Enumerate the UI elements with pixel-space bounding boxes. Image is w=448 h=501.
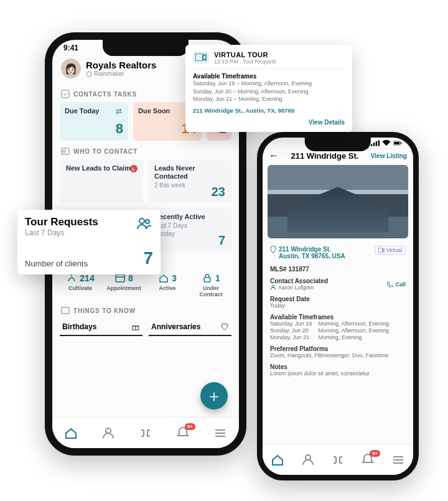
tab-contacts[interactable] [101,426,116,441]
home-icon [158,273,169,284]
back-button[interactable]: ← [269,150,279,161]
notch [305,138,371,151]
call-button[interactable]: Call [387,278,406,291]
svg-point-20 [139,218,144,223]
tab-contacts[interactable] [301,452,315,467]
badge-l-icon: L [129,164,138,173]
heart-icon [220,322,229,331]
contact-name[interactable]: Aaron Lofgren [278,284,314,291]
vt-line-1: Saturday, Jun 19 – Morning, Afternoon, E… [193,80,345,88]
tab-bar: 9+ [263,444,413,475]
task-due-today[interactable]: Due Today 8 [60,102,128,141]
opp-cultivate[interactable]: 214 Cultivate [61,273,100,297]
view-listing-link[interactable]: View Listing [371,152,407,159]
org-name: Royals Realtors [86,60,156,70]
svg-rect-23 [371,144,372,146]
detail-title: 211 Windridge St. [291,151,358,161]
pin-icon [270,246,276,253]
people-icon [136,216,153,231]
tour-requests-subtitle: Last 7 Days [25,228,131,237]
checklist-icon [61,90,70,98]
tab-alerts[interactable]: 9+ [360,452,375,467]
detail-body: 211 Windridge St. Austin, TX 98765, USA … [263,238,413,414]
svg-rect-24 [373,143,375,146]
avatar[interactable]: 👩🏻 [61,59,81,78]
signal-icon [371,140,380,146]
opp-appointment[interactable]: 8 Appointment [105,273,143,297]
platforms: Zoom, Hangouts, FBmessenger, Duo, Faceti… [270,352,406,358]
svg-point-19 [106,428,111,433]
status-time: 9:41 [63,44,78,52]
section-things-to-know: THINGS TO KNOW [52,300,239,319]
tab-stages[interactable] [330,452,345,467]
tab-stages[interactable] [138,426,153,441]
tour-requests-count: 7 [143,248,153,268]
card-recently-active[interactable]: Recently Active Last 7 Days 1 today 7 [148,208,231,251]
know-anniversaries[interactable]: Anniversaries [149,319,231,336]
battery-icon [393,140,402,146]
svg-point-32 [306,455,310,460]
svg-point-7 [86,72,91,77]
things-to-know-row: Birthdays Anniversaries [52,319,239,336]
request-date: Today [270,302,406,309]
svg-rect-26 [378,140,380,146]
vt-timeframes-label: Available Timeframes [193,73,345,80]
svg-rect-30 [378,248,383,253]
vt-line-2: Sunday, Jun 20 – Morning, Afternoon, Eve… [193,88,345,96]
tab-home[interactable] [63,426,78,441]
alerts-badge: 9+ [185,423,195,430]
timeframes-grid: Saturday, Jun 19Morning, Afternoon, Even… [270,321,406,340]
info-icon [61,306,70,315]
svg-rect-22 [195,54,203,61]
video-icon [378,248,385,253]
section-who-to-contact: WHO TO CONTACT [52,141,239,159]
listing-address[interactable]: 211 Windridge St. Austin, TX 98765, USA [270,246,345,260]
contact-associated-label: Contact Associated [270,278,328,284]
know-birthdays[interactable]: Birthdays [60,319,142,336]
tab-menu[interactable] [391,452,406,467]
svg-rect-16 [204,278,210,282]
svg-point-31 [272,285,274,288]
contact-list-icon [61,147,70,156]
notch [103,40,189,56]
tour-requests-row-label: Number of clients [25,259,88,268]
virtual-tour-subtitle: 12:15 PM · Tour Request [214,59,276,65]
svg-rect-29 [401,143,401,144]
tab-alerts[interactable]: 9+ [175,426,190,441]
person-icon [270,284,276,291]
vt-view-details[interactable]: View Details [193,119,345,126]
mls-number: MLS# 131877 [270,266,406,273]
svg-text:L: L [133,166,136,172]
gift-icon [131,322,140,331]
platforms-label: Preferred Platforms [270,345,406,352]
svg-rect-8 [62,90,69,98]
card-never-contacted[interactable]: Leads Never Contacted 2 this week 23 [148,159,231,203]
tab-menu[interactable] [213,426,228,441]
listing-photo[interactable] [268,165,408,238]
wifi-icon [382,140,391,146]
svg-rect-17 [62,307,69,314]
swap-icon [114,107,123,116]
vt-address: 211 Windridge St., Austin, TX, 98765 [193,107,345,114]
video-icon [193,51,209,63]
opp-under-contract[interactable]: 1 Under Contract [192,273,230,297]
overlay-virtual-tour[interactable]: VIRTUAL TOUR 12:15 PM · Tour Request Ava… [185,45,352,132]
notes-label: Notes [270,363,406,370]
card-new-leads[interactable]: New Leads to Claim L [60,159,143,203]
lock-icon [202,273,213,284]
opp-active[interactable]: 3 Active [148,273,187,297]
detail-phone: ← 211 Windridge St. View Listing 211 Win… [257,132,419,480]
svg-rect-28 [394,142,399,144]
svg-rect-15 [116,274,124,282]
org-role: Rainmaker [86,70,156,77]
tab-bar: 9+ [52,417,239,448]
phone-icon [387,281,393,288]
svg-point-21 [146,220,149,223]
role-icon [86,71,92,77]
opportunities-row: 214 Cultivate 8 Appointment 3 Active 1 U… [52,270,239,300]
overlay-tour-requests[interactable]: Tour Requests Last 7 Days Number of clie… [17,210,161,274]
virtual-badge: Virtual [375,246,406,255]
alerts-badge: 9+ [370,450,380,457]
fab-add[interactable]: ＋ [200,382,228,410]
tab-home[interactable] [270,452,285,467]
